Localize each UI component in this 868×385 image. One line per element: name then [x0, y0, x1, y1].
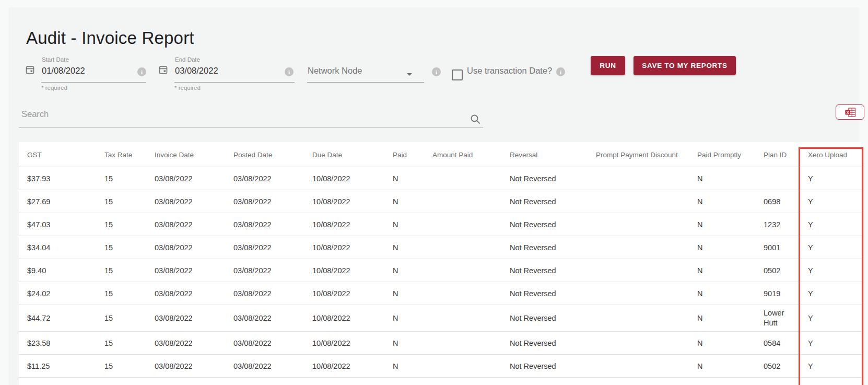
table-cell: $11.25 — [27, 361, 104, 371]
table-cell: N — [393, 313, 432, 323]
table-cell: N — [393, 219, 432, 229]
table-cell: 0502 — [764, 265, 800, 275]
table-cell: 15 — [104, 361, 155, 371]
table-cell: 03/08/2022 — [155, 196, 233, 206]
table-cell: 15 — [104, 173, 155, 183]
search-input[interactable] — [20, 109, 461, 120]
table-cell: 03/08/2022 — [233, 196, 312, 206]
table-cell: 9001 — [764, 242, 800, 252]
column-header: Paid — [393, 149, 432, 159]
invoice-table: GSTTax RateInvoice DatePosted DateDue Da… — [19, 142, 862, 385]
column-header: Tax Rate — [104, 149, 155, 159]
calendar-icon[interactable] — [25, 65, 35, 75]
column-header: Prompt Payment Discount — [596, 149, 697, 159]
table-cell: Y — [808, 313, 860, 323]
start-date-input[interactable] — [42, 66, 131, 76]
network-node-select[interactable]: Network Node — [308, 66, 362, 76]
table-cell: 10/08/2022 — [312, 265, 393, 275]
table-cell: 03/08/2022 — [233, 288, 312, 298]
chevron-down-icon[interactable] — [407, 73, 412, 76]
table-row: $11.251503/08/202203/08/202210/08/2022NN… — [19, 355, 862, 378]
svg-text:X: X — [846, 110, 849, 114]
table-cell: 0584 — [764, 338, 800, 348]
table-cell: Not Reversed — [510, 196, 596, 206]
table-cell: Y — [808, 242, 860, 252]
table-cell: Y — [808, 196, 860, 206]
table-cell: 03/08/2022 — [233, 173, 312, 183]
table-cell: N — [393, 361, 432, 371]
table-cell: N — [697, 288, 764, 298]
table-cell: 10/08/2022 — [312, 196, 393, 206]
table-cell: Not Reversed — [510, 288, 596, 298]
start-date-label: Start Date — [42, 56, 69, 63]
table-cell: Not Reversed — [510, 338, 596, 348]
table-cell: 0698 — [764, 196, 800, 206]
table-cell: N — [697, 196, 764, 206]
run-button[interactable]: RUN — [591, 56, 625, 75]
table-cell: $24.02 — [27, 288, 104, 298]
table-cell: N — [697, 338, 764, 348]
table-cell: 03/08/2022 — [155, 313, 233, 323]
table-cell: 10/08/2022 — [312, 173, 393, 183]
table-cell: 15 — [104, 288, 155, 298]
calendar-icon[interactable] — [158, 65, 168, 75]
table-cell: N — [393, 338, 432, 348]
table-cell: 03/08/2022 — [155, 265, 233, 275]
table-cell: 10/08/2022 — [312, 338, 393, 348]
table-row: $50.661503/08/202203/08/202210/08/2022NN… — [19, 378, 862, 385]
info-icon[interactable]: i — [285, 67, 294, 76]
search-underline — [19, 127, 483, 128]
content-panel: Audit - Invoice Report Start Date i * re… — [9, 7, 859, 385]
table-cell: 0502 — [764, 361, 800, 371]
column-header: Plan ID — [764, 149, 800, 159]
column-header: Posted Date — [233, 149, 312, 159]
table-cell: N — [393, 196, 432, 206]
table-cell: Y — [808, 219, 860, 229]
end-date-input[interactable] — [175, 66, 264, 76]
column-header: Xero Upload — [808, 149, 860, 159]
table-cell: $37.93 — [27, 173, 104, 183]
table-cell: 15 — [104, 219, 155, 229]
table-cell: 03/08/2022 — [155, 219, 233, 229]
table-row: $23.581503/08/202203/08/202210/08/2022NN… — [19, 332, 862, 355]
table-cell: 15 — [104, 242, 155, 252]
table-cell: 03/08/2022 — [155, 338, 233, 348]
table-cell: N — [393, 265, 432, 275]
table-cell: 03/08/2022 — [233, 219, 312, 229]
table-cell: N — [697, 265, 764, 275]
excel-icon: X — [844, 108, 856, 117]
audit-invoice-report-page: Audit - Invoice Report Start Date i * re… — [0, 0, 868, 385]
table-cell: Lower Hutt — [764, 308, 800, 328]
table-cell: Not Reversed — [510, 242, 596, 252]
page-title: Audit - Invoice Report — [26, 28, 194, 48]
column-header: Due Date — [312, 149, 393, 159]
save-to-my-reports-button[interactable]: SAVE TO MY REPORTS — [634, 56, 736, 75]
table-cell: N — [697, 361, 764, 371]
table-cell: N — [393, 173, 432, 183]
info-icon[interactable]: i — [556, 67, 565, 76]
table-cell: Y — [808, 288, 860, 298]
network-node-underline — [307, 82, 424, 83]
start-date-required-note: * required — [41, 85, 67, 91]
table-cell: Not Reversed — [510, 361, 596, 371]
table-cell: N — [393, 288, 432, 298]
table-cell: 10/08/2022 — [312, 219, 393, 229]
excel-export-button[interactable]: X — [836, 104, 864, 120]
table-cell: 15 — [104, 265, 155, 275]
table-cell: 10/08/2022 — [312, 288, 393, 298]
table-cell: 03/08/2022 — [233, 265, 312, 275]
table-cell: 1232 — [764, 219, 800, 229]
table-cell: Y — [808, 338, 860, 348]
info-icon[interactable]: i — [137, 67, 146, 76]
table-cell: 10/08/2022 — [312, 242, 393, 252]
table-cell: 03/08/2022 — [233, 361, 312, 371]
table-cell: 15 — [104, 338, 155, 348]
table-cell: 03/08/2022 — [155, 242, 233, 252]
table-cell: 15 — [104, 196, 155, 206]
table-cell: $9.40 — [27, 265, 104, 275]
search-icon[interactable] — [470, 113, 481, 125]
table-row: $9.401503/08/202203/08/202210/08/2022NNo… — [19, 259, 862, 282]
info-icon[interactable]: i — [432, 67, 441, 76]
table-cell: Not Reversed — [510, 219, 596, 229]
use-transaction-date-checkbox[interactable] — [452, 69, 463, 80]
